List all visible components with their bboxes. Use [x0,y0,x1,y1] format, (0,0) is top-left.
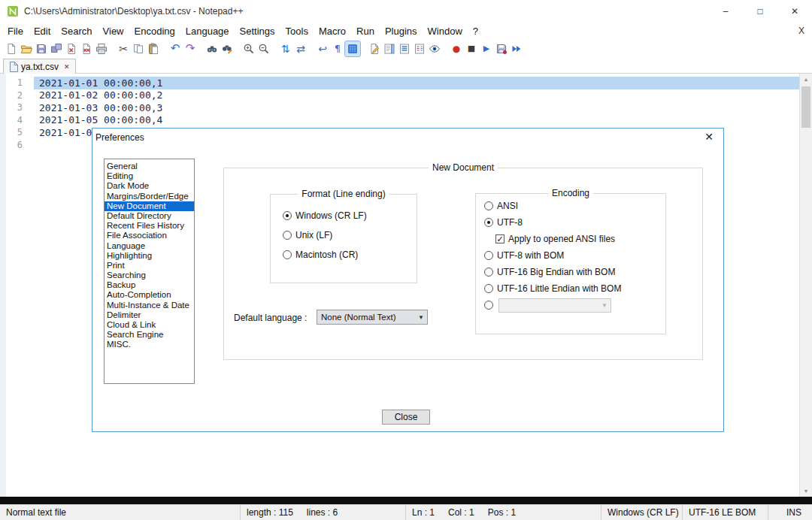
toolbar-macro-save-button[interactable] [494,41,509,56]
toolbar-zoom-out-button[interactable] [256,41,271,56]
option-label: Apply to opened ANSI files [508,234,615,244]
toolbar-redo-button[interactable]: ↷ [183,41,198,56]
toolbar-define-your-language-button[interactable] [367,41,382,56]
option-label: UTF-8 with BOM [497,250,564,261]
encoding-option-utf-8[interactable]: UTF-8 [484,217,621,228]
format-option-windows-cr-lf[interactable]: Windows (CR LF) [283,210,367,221]
toolbar-macro-record-button[interactable]: ● [449,41,464,56]
toolbar-cut-button[interactable]: ✂ [116,41,131,56]
menu-encoding[interactable]: Encoding [129,24,180,38]
category-language[interactable]: Language [105,241,194,251]
title-bar: C:\Users\Administrator\Desktop\ya.txt.cs… [0,0,812,23]
toolbar-monitoring-button[interactable] [427,41,442,56]
toolbar-print-button[interactable] [94,41,109,56]
bottom-dark-strip [0,497,812,504]
category-backup[interactable]: Backup [105,280,194,290]
toolbar-open-button[interactable] [19,41,34,56]
toolbar-save-button[interactable] [34,41,49,56]
scroll-down-icon[interactable]: ▼ [800,485,812,497]
toolbar-show-indent-guide-button[interactable] [345,41,360,56]
category-searching[interactable]: Searching [105,271,194,280]
line-text[interactable]: 2021-01-01 00:00:00,1 [34,77,799,89]
maximize-button[interactable]: □ [743,0,777,23]
format-option-macintosh-cr[interactable]: Macintosh (CR) [283,249,367,260]
menubar-close-icon[interactable]: X [798,26,804,36]
encoding-option-utf-8-with-bom[interactable]: UTF-8 with BOM [484,250,621,261]
line-text[interactable]: 2021-01-02 00:00:00,2 [34,89,799,102]
menu-settings[interactable]: Settings [235,24,280,38]
format-option-unix-lf[interactable]: Unix (LF) [283,230,367,240]
menu-plugins[interactable]: Plugins [380,24,423,38]
open-icon [20,43,32,55]
category-editing[interactable]: Editing [105,171,194,181]
category-file-association[interactable]: File Association [105,231,194,240]
menu-search[interactable]: Search [56,24,97,38]
menu-file[interactable]: File [2,24,29,38]
encoding-option-ansi[interactable]: ANSI [484,201,621,211]
minimize-button[interactable]: – [708,0,743,23]
tab-close-icon[interactable]: ✕ [64,63,70,71]
menu-window[interactable]: Window [423,24,468,38]
encoding-option-other[interactable]: ▼ [484,300,621,310]
toolbar-copy-button[interactable] [131,41,146,56]
menu-view[interactable]: View [98,24,129,38]
line-text[interactable]: 2021-01-05 00:00:00,4 [34,114,799,127]
status-text: INS [786,507,801,518]
category-margins-border-edge[interactable]: Margins/Border/Edge [105,192,194,201]
toolbar-save-all-button[interactable] [49,41,64,56]
menu-language[interactable]: Language [180,24,235,38]
toolbar-replace-button[interactable] [220,41,235,56]
encoding-option-utf-16-big-endian-with-bom[interactable]: UTF-16 Big Endian with BOM [484,267,621,277]
dialog-close-button[interactable]: Close [382,410,430,425]
category-new-document[interactable]: New Document [105,201,194,211]
toolbar-new-file-button[interactable] [4,41,19,56]
menu-edit[interactable]: Edit [29,24,56,38]
dialog-close-icon[interactable]: ✕ [704,131,714,143]
category-misc[interactable]: MISC. [105,340,194,349]
toolbar-close-button[interactable] [64,41,79,56]
encoding-option-utf-16-little-endian-with-bom[interactable]: UTF-16 Little Endian with BOM [484,283,621,294]
category-recent-files-history[interactable]: Recent Files History [105,221,194,231]
dropdown-arrow-icon: ▼ [601,302,607,309]
scrollbar-thumb[interactable] [801,86,810,128]
category-delimiter[interactable]: Delimiter [105,310,194,320]
toolbar-sync-horizontal-scrolling-button[interactable]: ⇄ [293,41,308,56]
scroll-up-icon[interactable]: ▲ [800,74,812,85]
toolbar-close-all-button[interactable] [79,41,94,56]
tab-ya-txt-csv[interactable]: ya.txt.csv ✕ [3,59,76,74]
category-cloud-link[interactable]: Cloud & Link [105,320,194,330]
toolbar-paste-button[interactable] [146,41,161,56]
toolbar-word-wrap-button[interactable]: ↩ [315,41,330,56]
menu-help[interactable]: ? [468,24,483,38]
category-search-engine[interactable]: Search Engine [105,330,194,340]
toolbar-undo-button[interactable]: ↶ [168,41,183,56]
menu-macro[interactable]: Macro [314,24,351,38]
line-text[interactable]: 2021-01-03 00:00:00,3 [34,101,799,114]
default-language-combobox[interactable]: None (Normal Text) ▼ [317,310,428,325]
toolbar-macro-run-multiple-button[interactable] [509,41,524,56]
category-highlighting[interactable]: Highlighting [105,251,194,261]
menu-run[interactable]: Run [351,24,380,38]
toolbar-macro-stop-button[interactable]: ■ [464,41,479,56]
category-dark-mode[interactable]: Dark Mode [105,181,194,191]
category-print[interactable]: Print [105,261,194,271]
radio-icon [283,231,292,240]
toolbar-macro-playback-button[interactable]: ▶ [479,41,494,56]
close-button[interactable]: ✕ [777,0,812,23]
bookmark-margin[interactable] [0,74,6,497]
toolbar-show-all-characters-button[interactable]: ¶ [330,41,345,56]
category-auto-completion[interactable]: Auto-Completion [105,290,194,300]
toolbar-sync-vertical-scrolling-button[interactable]: ⇅ [278,41,293,56]
toolbar-document-list-button[interactable] [397,41,412,56]
category-general[interactable]: General [105,162,194,171]
toolbar-function-list-button[interactable] [412,41,427,56]
toolbar-zoom-in-button[interactable] [241,41,256,56]
vertical-scrollbar[interactable]: ▲ ▼ [799,74,812,497]
encoding-option-apply-to-opened-ansi-files[interactable]: Apply to opened ANSI files [495,234,621,244]
toolbar-find-button[interactable] [205,41,220,56]
category-default-directory[interactable]: Default Directory [105,211,194,221]
menu-tools[interactable]: Tools [280,24,314,38]
toolbar-document-map-button[interactable] [382,41,397,56]
option-label: UTF-16 Big Endian with BOM [497,267,615,277]
category-multi-instance-date[interactable]: Multi-Instance & Date [105,301,194,310]
